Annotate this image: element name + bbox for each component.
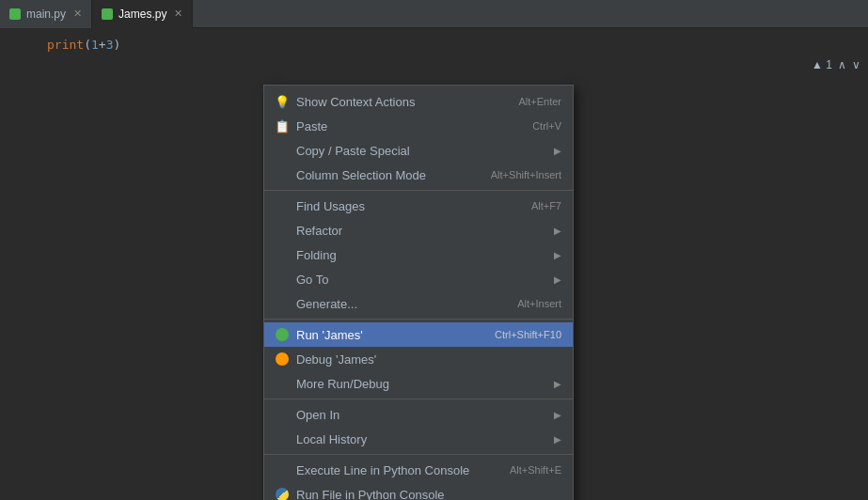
menu-shortcut-run-james: Ctrl+Shift+F10 — [495, 329, 561, 340]
editor-area: print(1+3) ▲ 1 ∧ ∨ 💡 Show Context Action… — [0, 28, 868, 500]
menu-item-run-file-python[interactable]: Run File in Python Console — [264, 482, 573, 500]
tab-label-james: James.py — [118, 8, 166, 21]
menu-label-run-file-python: Run File in Python Console — [296, 488, 561, 501]
menu-shortcut-show-context-actions: Alt+Enter — [518, 96, 561, 107]
tab-label: main.py — [26, 8, 66, 21]
nav-up[interactable]: ∧ — [838, 58, 846, 71]
menu-label-more-run-debug: More Run/Debug — [296, 377, 546, 391]
menu-item-run-james[interactable]: Run 'James' Ctrl+Shift+F10 — [264, 322, 573, 347]
menu-shortcut-find-usages: Alt+F7 — [531, 200, 561, 211]
no-icon-8 — [274, 375, 291, 392]
editor-top-right: ▲ 1 ∧ ∨ — [812, 58, 860, 71]
tab-close-james[interactable]: ✕ — [174, 8, 182, 20]
menu-label-show-context-actions: Show Context Actions — [296, 95, 499, 109]
menu-label-debug-james: Debug 'James' — [296, 352, 561, 367]
python-icon — [274, 486, 291, 500]
menu-label-paste: Paste — [296, 119, 513, 133]
no-icon-6 — [274, 271, 291, 288]
no-icon-9 — [274, 406, 291, 423]
warning-count: ▲ 1 — [812, 58, 832, 71]
menu-item-refactor[interactable]: Refactor ▶ — [264, 218, 573, 242]
arrow-icon-more-run-debug: ▶ — [554, 379, 561, 389]
menu-label-run-james: Run 'James' — [296, 328, 476, 342]
tab-bar: main.py ✕ James.py ✕ — [0, 0, 868, 28]
menu-item-go-to[interactable]: Go To ▶ — [264, 267, 573, 291]
menu-item-find-usages[interactable]: Find Usages Alt+F7 — [264, 194, 573, 218]
file-icon — [9, 8, 21, 20]
bulb-icon: 💡 — [274, 93, 291, 110]
menu-label-go-to: Go To — [296, 273, 546, 287]
nav-down[interactable]: ∨ — [852, 58, 860, 71]
separator-3 — [264, 398, 573, 399]
paste-icon: 📋 — [274, 117, 291, 134]
arrow-icon-go-to: ▶ — [554, 274, 561, 285]
menu-shortcut-generate: Alt+Insert — [517, 298, 561, 309]
arrow-icon-folding: ▶ — [554, 250, 561, 260]
no-icon-10 — [274, 430, 291, 447]
no-icon-2 — [274, 166, 291, 183]
menu-label-column-selection: Column Selection Mode — [296, 168, 472, 182]
menu-item-local-history[interactable]: Local History ▶ — [264, 427, 573, 451]
separator-1 — [264, 190, 573, 191]
menu-item-more-run-debug[interactable]: More Run/Debug ▶ — [264, 371, 573, 396]
menu-item-show-context-actions[interactable]: 💡 Show Context Actions Alt+Enter — [264, 89, 573, 114]
menu-item-folding[interactable]: Folding ▶ — [264, 242, 573, 267]
menu-label-open-in: Open In — [296, 408, 546, 422]
menu-label-folding: Folding — [296, 248, 546, 262]
menu-item-column-selection[interactable]: Column Selection Mode Alt+Shift+Insert — [264, 163, 573, 187]
menu-item-debug-james[interactable]: Debug 'James' — [264, 347, 573, 371]
no-icon-3 — [274, 197, 291, 214]
no-icon-11 — [274, 461, 291, 478]
no-icon-7 — [274, 295, 291, 312]
tab-close-main[interactable]: ✕ — [73, 8, 82, 20]
debug-icon — [274, 351, 291, 367]
tab-main-py[interactable]: main.py ✕ — [0, 0, 92, 28]
arrow-icon-local-history: ▶ — [554, 434, 561, 445]
separator-4 — [264, 454, 573, 455]
menu-label-generate: Generate... — [296, 297, 498, 311]
menu-item-execute-line[interactable]: Execute Line in Python Console Alt+Shift… — [264, 458, 573, 482]
menu-label-copy-paste-special: Copy / Paste Special — [296, 144, 546, 158]
arrow-icon-copy-paste: ▶ — [554, 146, 561, 156]
menu-shortcut-execute-line: Alt+Shift+E — [510, 464, 561, 476]
context-menu: 💡 Show Context Actions Alt+Enter 📋 Paste… — [263, 85, 574, 500]
menu-label-find-usages: Find Usages — [296, 199, 513, 213]
menu-label-local-history: Local History — [296, 432, 546, 446]
file-icon-james — [102, 8, 113, 20]
menu-label-refactor: Refactor — [296, 224, 546, 238]
menu-label-execute-line: Execute Line in Python Console — [296, 463, 491, 477]
menu-item-open-in[interactable]: Open In ▶ — [264, 402, 573, 427]
menu-shortcut-paste: Ctrl+V — [532, 120, 561, 132]
menu-shortcut-column-selection: Alt+Shift+Insert — [491, 169, 561, 180]
menu-item-copy-paste-special[interactable]: Copy / Paste Special ▶ — [264, 138, 573, 163]
separator-2 — [264, 319, 573, 320]
run-icon — [274, 326, 291, 343]
code-line-1: print(1+3) — [47, 36, 868, 55]
menu-item-paste[interactable]: 📋 Paste Ctrl+V — [264, 114, 573, 138]
arrow-icon-refactor: ▶ — [554, 226, 561, 236]
no-icon-4 — [274, 222, 291, 239]
arrow-icon-open-in: ▶ — [554, 410, 561, 420]
menu-item-generate[interactable]: Generate... Alt+Insert — [264, 291, 573, 316]
no-icon-1 — [274, 142, 291, 159]
no-icon-5 — [274, 246, 291, 263]
tab-james-py[interactable]: James.py ✕ — [92, 0, 193, 28]
